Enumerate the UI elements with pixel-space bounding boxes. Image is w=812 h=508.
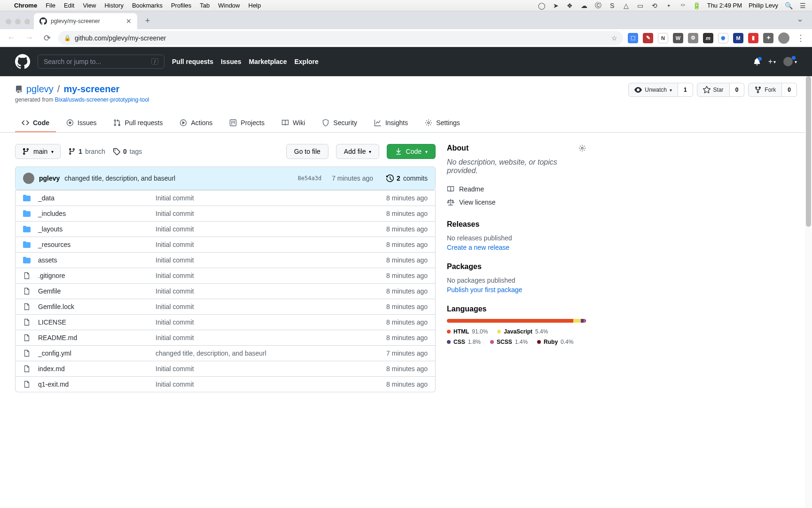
language-item[interactable]: HTML91.0% (447, 328, 488, 335)
file-commit-msg[interactable]: Initial commit (156, 256, 386, 264)
tab-projects[interactable]: Projects (223, 114, 271, 132)
file-name[interactable]: q1-exit.md (38, 381, 156, 388)
chrome-menu-icon[interactable]: ⋮ (794, 32, 807, 45)
unwatch-button[interactable]: Unwatch▾ (628, 83, 678, 97)
add-file-button[interactable]: Add file▾ (336, 144, 379, 159)
file-name[interactable]: index.md (38, 365, 156, 373)
menu-file[interactable]: File (46, 2, 55, 9)
menu-edit[interactable]: Edit (64, 2, 74, 9)
status-icon[interactable]: △ (623, 2, 630, 9)
tab-code[interactable]: Code (15, 114, 56, 132)
file-commit-msg[interactable]: Initial commit (156, 241, 386, 248)
tags-link[interactable]: 0tags (113, 148, 142, 155)
display-icon[interactable]: ▭ (637, 2, 644, 9)
extension-icon[interactable]: N (658, 33, 668, 43)
file-name[interactable]: _includes (38, 210, 156, 217)
timemachine-icon[interactable]: ⟲ (651, 2, 658, 9)
commit-author[interactable]: pglevy (39, 175, 60, 182)
address-bar[interactable]: 🔒 github.com/pglevy/my-screener ☆ (58, 31, 623, 45)
star-count[interactable]: 0 (730, 83, 745, 97)
language-item[interactable]: Ruby0.4% (537, 339, 573, 345)
file-commit-msg[interactable]: Initial commit (156, 318, 386, 326)
tab-security[interactable]: Security (315, 114, 364, 132)
window-controls[interactable] (4, 19, 34, 29)
tab-dropdown-icon[interactable]: ⌄ (793, 12, 806, 25)
bluetooth-icon[interactable]: ᛭ (665, 2, 672, 9)
publish-package-link[interactable]: Publish your first package (447, 286, 586, 294)
tab-wiki[interactable]: Wiki (275, 114, 312, 132)
battery-icon[interactable]: 🔋 (693, 2, 701, 9)
menu-window[interactable]: Window (218, 2, 240, 9)
packages-heading[interactable]: Packages (447, 262, 482, 271)
edit-about-icon[interactable] (578, 144, 586, 152)
browser-tab[interactable]: pglevy/my-screener ✕ (34, 13, 137, 29)
reload-button[interactable]: ⟳ (40, 32, 54, 45)
language-item[interactable]: SCSS1.4% (490, 339, 528, 345)
github-search[interactable]: Search or jump to... / (38, 55, 164, 69)
create-release-link[interactable]: Create a new release (447, 244, 586, 251)
file-commit-msg[interactable]: Initial commit (156, 365, 386, 373)
license-link[interactable]: View license (447, 196, 586, 209)
scrollbar-thumb[interactable] (806, 76, 811, 227)
tab-issues[interactable]: Issues (60, 114, 103, 132)
file-commit-msg[interactable]: Initial commit (156, 272, 386, 279)
file-name[interactable]: _layouts (38, 225, 156, 233)
user-menu[interactable]: ▾ (783, 57, 797, 66)
file-name[interactable]: _data (38, 194, 156, 202)
star-button[interactable]: Star (697, 83, 730, 97)
readme-link[interactable]: Readme (447, 183, 586, 196)
menu-history[interactable]: History (104, 2, 123, 9)
status-icon[interactable]: ➤ (552, 2, 560, 9)
tab-pull-requests[interactable]: Pull requests (107, 114, 169, 132)
scrollbar[interactable] (805, 76, 812, 508)
releases-heading[interactable]: Releases (447, 220, 479, 229)
fork-count[interactable]: 0 (782, 83, 797, 97)
file-commit-msg[interactable]: Initial commit (156, 334, 386, 341)
commit-hash[interactable]: 8e54a3d (298, 175, 322, 182)
repo-name-link[interactable]: my-screener (63, 84, 119, 95)
commit-time[interactable]: 7 minutes ago (332, 175, 373, 182)
status-icon[interactable]: ◯ (538, 2, 546, 9)
notifications-icon[interactable] (753, 58, 761, 65)
wifi-icon[interactable]: ⌔ (679, 2, 687, 9)
menu-profiles[interactable]: Profiles (171, 2, 191, 9)
tab-actions[interactable]: Actions (173, 114, 219, 132)
new-tab-button[interactable]: + (141, 14, 154, 27)
extension-icon[interactable]: m (703, 33, 713, 43)
extension-icon[interactable]: ◉ (718, 33, 728, 43)
status-icon[interactable]: S (609, 2, 616, 9)
extension-icon[interactable]: M (733, 33, 743, 43)
create-new-dropdown[interactable]: +▾ (768, 57, 776, 66)
file-commit-msg[interactable]: Initial commit (156, 210, 386, 217)
file-commit-msg[interactable]: changed title, description, and baseurl (156, 349, 386, 357)
commit-message[interactable]: changed title, description, and baseurl (64, 175, 175, 182)
language-segment[interactable] (586, 319, 586, 323)
file-name[interactable]: _resources (38, 241, 156, 248)
watch-count[interactable]: 1 (678, 83, 693, 97)
file-name[interactable]: README.md (38, 334, 156, 341)
dropbox-icon[interactable]: ❖ (566, 2, 574, 9)
code-button[interactable]: Code▾ (387, 144, 436, 159)
file-commit-msg[interactable]: Initial commit (156, 225, 386, 233)
status-icon[interactable]: Ⓒ (594, 2, 602, 9)
extension-icon[interactable]: ⚙ (688, 33, 698, 43)
forward-button[interactable]: → (23, 32, 36, 45)
menubar-app[interactable]: Chrome (14, 2, 37, 9)
nav-explore[interactable]: Explore (294, 58, 318, 65)
branches-link[interactable]: 1branch (68, 148, 105, 155)
language-segment[interactable] (573, 319, 581, 323)
file-commit-msg[interactable]: Initial commit (156, 303, 386, 310)
fork-button[interactable]: Fork (748, 83, 782, 97)
bookmark-star-icon[interactable]: ☆ (611, 34, 617, 42)
language-item[interactable]: JavaScript5.4% (497, 328, 548, 335)
file-commit-msg[interactable]: Initial commit (156, 194, 386, 202)
spotlight-icon[interactable]: 🔍 (785, 2, 792, 9)
branch-select[interactable]: main▾ (15, 144, 61, 159)
file-commit-msg[interactable]: Initial commit (156, 381, 386, 388)
github-logo-icon[interactable] (15, 54, 30, 69)
commit-author-avatar[interactable] (23, 173, 34, 184)
template-repo-link[interactable]: Bixal/uswds-screener-prototyping-tool (55, 96, 149, 103)
extension-icon[interactable]: ⬚ (628, 33, 638, 43)
extensions-menu-icon[interactable]: ✦ (763, 33, 773, 43)
extension-icon[interactable]: ✎ (643, 33, 653, 43)
